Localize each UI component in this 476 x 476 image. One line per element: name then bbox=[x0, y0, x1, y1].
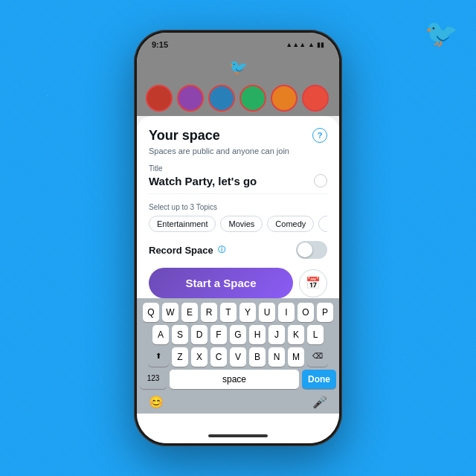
topics-row: Entertainment Movies Comedy B... bbox=[149, 216, 327, 232]
battery-icon: ▮▮ bbox=[317, 41, 324, 48]
key-r[interactable]: R bbox=[201, 303, 217, 322]
key-q[interactable]: Q bbox=[143, 303, 159, 322]
key-v[interactable]: V bbox=[230, 347, 246, 367]
twitter-logo-background: 🐦 bbox=[425, 18, 458, 49]
keyboard-row-1: Q W E R T Y U I O P bbox=[140, 303, 336, 322]
record-label: Record Space ⓘ bbox=[149, 245, 225, 256]
key-backspace[interactable]: ⌫ bbox=[307, 347, 328, 367]
key-d[interactable]: D bbox=[191, 325, 208, 344]
emoji-icon[interactable]: 😊 bbox=[149, 395, 164, 409]
phone-mockup: 9:15 ▲▲▲ ▲ ▮▮ 🐦 ✦ bbox=[134, 30, 342, 446]
field-circle-icon bbox=[314, 174, 327, 187]
modal-subtitle: Spaces are public and anyone can join bbox=[149, 147, 327, 155]
key-z[interactable]: Z bbox=[172, 347, 188, 367]
title-text: Watch Party, let's go bbox=[149, 175, 257, 187]
key-num[interactable]: 123 bbox=[140, 370, 167, 389]
key-j[interactable]: J bbox=[268, 325, 285, 344]
key-g[interactable]: G bbox=[230, 325, 246, 344]
start-row: Start a Space 📅 bbox=[149, 268, 327, 298]
title-field-value[interactable]: Watch Party, let's go bbox=[149, 174, 327, 194]
key-w[interactable]: W bbox=[162, 303, 178, 322]
story-avatar-3[interactable] bbox=[208, 85, 235, 112]
key-o[interactable]: O bbox=[298, 303, 314, 322]
key-e[interactable]: E bbox=[181, 303, 198, 322]
status-icons: ▲▲▲ ▲ ▮▮ bbox=[286, 41, 324, 48]
key-x[interactable]: X bbox=[191, 347, 208, 367]
key-l[interactable]: L bbox=[307, 325, 324, 344]
topic-chip-comedy[interactable]: Comedy bbox=[267, 216, 314, 232]
story-avatar-5[interactable] bbox=[271, 85, 298, 112]
key-f[interactable]: F bbox=[210, 325, 227, 344]
keyboard-row-2: A S D F G H J K L bbox=[140, 325, 336, 344]
twitter-header-bird: 🐦 bbox=[217, 54, 260, 80]
home-bar bbox=[208, 434, 268, 437]
story-avatar-2[interactable] bbox=[177, 85, 204, 112]
key-a[interactable]: A bbox=[152, 325, 169, 344]
status-bar: 9:15 ▲▲▲ ▲ ▮▮ bbox=[137, 33, 339, 54]
key-n[interactable]: N bbox=[268, 347, 285, 367]
keyboard: Q W E R T Y U I O P A S D bbox=[137, 298, 339, 414]
wifi-icon: ▲ bbox=[308, 41, 315, 48]
status-time: 9:15 bbox=[152, 40, 168, 49]
mic-icon[interactable]: 🎤 bbox=[312, 395, 327, 409]
schedule-button[interactable]: 📅 bbox=[299, 269, 327, 298]
key-p[interactable]: P bbox=[317, 303, 333, 322]
story-avatar-4[interactable] bbox=[239, 85, 266, 112]
record-info-icon[interactable]: ⓘ bbox=[218, 245, 225, 255]
key-y[interactable]: Y bbox=[239, 303, 256, 322]
key-b[interactable]: B bbox=[249, 347, 266, 367]
key-space[interactable]: space bbox=[170, 370, 299, 389]
record-row: Record Space ⓘ bbox=[149, 241, 327, 259]
home-indicator bbox=[137, 430, 339, 443]
key-h[interactable]: H bbox=[249, 325, 266, 344]
topic-chip-more[interactable]: B... bbox=[318, 216, 327, 232]
keyboard-row-4: 123 space Done bbox=[140, 370, 336, 389]
key-done[interactable]: Done bbox=[302, 370, 336, 389]
modal-header: Your space ? bbox=[149, 128, 327, 144]
app-header: 🐦 ✦ bbox=[137, 54, 339, 80]
key-t[interactable]: T bbox=[220, 303, 237, 322]
modal-sheet: Your space ? Spaces are public and anyon… bbox=[137, 116, 339, 430]
story-avatar-6[interactable] bbox=[302, 85, 329, 112]
signal-icon: ▲▲▲ bbox=[286, 41, 306, 48]
key-c[interactable]: C bbox=[210, 347, 227, 367]
title-field-label: Title bbox=[149, 164, 327, 173]
topic-chip-entertainment[interactable]: Entertainment bbox=[149, 216, 216, 232]
topics-label: Select up to 3 Topics bbox=[149, 203, 327, 211]
stories-row bbox=[137, 80, 339, 116]
keyboard-bottom-row: 😊 🎤 bbox=[140, 392, 336, 412]
help-icon[interactable]: ? bbox=[312, 128, 327, 143]
key-shift[interactable]: ⬆ bbox=[148, 347, 169, 367]
key-m[interactable]: M bbox=[288, 347, 304, 367]
key-i[interactable]: I bbox=[278, 303, 295, 322]
sparkle-icon[interactable]: ✦ bbox=[318, 61, 327, 73]
record-toggle[interactable] bbox=[296, 241, 327, 259]
key-s[interactable]: S bbox=[172, 325, 188, 344]
key-k[interactable]: K bbox=[288, 325, 304, 344]
keyboard-row-3: ⬆ Z X C V B N M ⌫ bbox=[140, 347, 336, 367]
key-u[interactable]: U bbox=[259, 303, 275, 322]
modal-title: Your space bbox=[149, 128, 220, 144]
story-avatar-1[interactable] bbox=[146, 85, 173, 112]
start-space-button[interactable]: Start a Space bbox=[149, 268, 293, 298]
topic-chip-movies[interactable]: Movies bbox=[220, 216, 263, 232]
